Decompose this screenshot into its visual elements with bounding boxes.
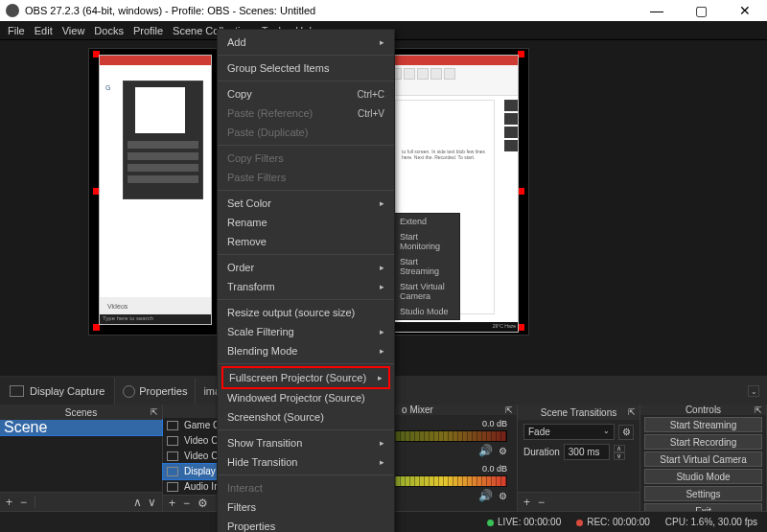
- active-source-label: Display Capture: [30, 385, 105, 397]
- rec-indicator-icon: [576, 520, 583, 526]
- resize-handle-tr[interactable]: [518, 51, 524, 58]
- submenu-arrow-icon: ▸: [380, 263, 384, 272]
- display-icon: [10, 385, 24, 397]
- submenu-arrow-icon: ▸: [378, 373, 383, 382]
- live-indicator-icon: [487, 520, 494, 526]
- submenu-item[interactable]: Start Virtual Camera: [394, 279, 459, 304]
- source-settings-button[interactable]: ⚙: [198, 497, 208, 510]
- panel-title: Controls: [686, 405, 721, 415]
- remove-source-button[interactable]: −: [183, 497, 190, 510]
- desktop-thumb-left: G Videos Type here to search: [99, 55, 212, 325]
- channel-db: 0.0 dB: [482, 464, 507, 474]
- ctx-fullscreen-projector-source[interactable]: Fullscreen Projector (Source)▸: [221, 366, 390, 389]
- ctx-paste-reference: Paste (Reference)Ctrl+V: [218, 104, 394, 123]
- panel-title: Scene Transitions: [541, 407, 617, 418]
- source-name-chip: Display Capture: [0, 378, 115, 405]
- taskbar-search: Type here to search: [103, 315, 153, 321]
- submenu-arrow-icon: ▸: [380, 438, 384, 448]
- mute-button[interactable]: 🔊: [478, 489, 493, 502]
- mute-button[interactable]: 🔊: [478, 444, 493, 457]
- ctx-show-transition[interactable]: Show Transition▸: [218, 433, 394, 452]
- transition-settings-button[interactable]: ⚙: [618, 425, 634, 440]
- duration-step-down[interactable]: ∨: [614, 452, 625, 460]
- rec-status: REC: 00:00:00: [576, 517, 650, 527]
- ctx-add[interactable]: Add▸: [218, 33, 394, 52]
- submenu-item[interactable]: Start Monitoring: [394, 229, 459, 254]
- ctx-order[interactable]: Order▸: [218, 258, 394, 277]
- maximize-button[interactable]: ▢: [685, 3, 717, 18]
- ctx-group-selected[interactable]: Group Selected Items: [218, 58, 394, 78]
- add-scene-button[interactable]: +: [6, 496, 12, 509]
- ctx-filters[interactable]: Filters: [218, 497, 394, 517]
- ctx-scale-filtering[interactable]: Scale Filtering▸: [218, 322, 394, 341]
- channel-db: 0.0 dB: [482, 419, 507, 428]
- ctx-screenshot-source[interactable]: Screenshot (Source): [218, 407, 394, 427]
- ctx-properties[interactable]: Properties: [218, 517, 394, 532]
- menu-file[interactable]: File: [8, 25, 25, 36]
- duration-step-up[interactable]: ∧: [614, 445, 625, 452]
- ctx-resize-output[interactable]: Resize output (source size): [218, 303, 394, 322]
- channel-settings-button[interactable]: ⚙: [499, 491, 507, 501]
- source-properties-button[interactable]: Properties: [115, 378, 195, 405]
- popout-icon[interactable]: ⇱: [151, 407, 158, 417]
- dropdown-button[interactable]: ⌄: [748, 385, 759, 397]
- ctx-blending-mode[interactable]: Blending Mode▸: [218, 341, 394, 360]
- source-icon: [167, 482, 178, 492]
- submenu-item[interactable]: Studio Mode: [394, 304, 459, 319]
- ctx-copy[interactable]: CopyCtrl+C: [218, 84, 394, 104]
- doc-text: to full screen. In side text blob few li…: [402, 149, 488, 160]
- source-context-menu: Add▸ Group Selected Items CopyCtrl+C Pas…: [217, 29, 395, 532]
- move-scene-up-button[interactable]: ∧: [133, 496, 142, 509]
- resize-handle-bl[interactable]: [93, 324, 100, 331]
- close-button[interactable]: ✕: [729, 3, 761, 18]
- submenu-arrow-icon: ▸: [380, 282, 384, 291]
- ctx-set-color[interactable]: Set Color▸: [218, 194, 394, 213]
- scene-item[interactable]: ScenesScene: [0, 420, 162, 435]
- submenu-arrow-icon: ▸: [380, 346, 384, 356]
- menu-profile[interactable]: Profile: [133, 25, 163, 36]
- channel-settings-button[interactable]: ⚙: [499, 446, 507, 456]
- duration-input[interactable]: 300 ms: [564, 444, 610, 460]
- submenu-item[interactable]: Start Streaming: [394, 254, 459, 279]
- remove-transition-button[interactable]: −: [538, 496, 545, 509]
- popout-icon[interactable]: ⇱: [505, 405, 513, 415]
- taskbar-weather: 29°C Haze: [493, 323, 516, 329]
- ctx-windowed-projector-source[interactable]: Windowed Projector (Source): [218, 388, 394, 407]
- source-icon: [167, 436, 178, 446]
- menu-view[interactable]: View: [62, 25, 85, 36]
- add-transition-button[interactable]: +: [523, 496, 530, 509]
- minimize-button[interactable]: —: [640, 3, 673, 18]
- menu-edit[interactable]: Edit: [35, 25, 53, 36]
- move-scene-down-button[interactable]: ∨: [148, 496, 156, 509]
- source-icon: [167, 467, 178, 476]
- settings-button[interactable]: Settings: [644, 486, 762, 501]
- panel-title: Scenes: [65, 407, 97, 418]
- scenes-list[interactable]: ScenesScene: [0, 420, 162, 492]
- ctx-interact: Interact: [218, 478, 394, 497]
- remove-scene-button[interactable]: −: [20, 496, 27, 509]
- ctx-paste-filters: Paste Filters: [218, 168, 394, 187]
- ctx-paste-duplicate: Paste (Duplicate): [218, 123, 394, 142]
- studio-mode-button[interactable]: Studio Mode: [644, 469, 762, 484]
- resize-handle-br[interactable]: [518, 324, 524, 331]
- submenu-item[interactable]: Extend: [394, 214, 459, 229]
- start-recording-button[interactable]: Start Recording: [644, 434, 762, 450]
- ctx-remove[interactable]: Remove: [218, 232, 394, 251]
- videos-tab: Videos: [107, 303, 128, 310]
- menu-docks[interactable]: Docks: [94, 25, 124, 36]
- source-icon: [167, 451, 178, 461]
- scene-label: Scene: [4, 419, 47, 436]
- ctx-transform[interactable]: Transform▸: [218, 277, 394, 296]
- popout-icon[interactable]: ⇱: [755, 405, 762, 415]
- add-source-button[interactable]: +: [169, 497, 175, 510]
- transition-select[interactable]: Fade⌄: [523, 424, 615, 440]
- resize-handle-mr[interactable]: [518, 188, 524, 195]
- ctx-rename[interactable]: Rename: [218, 213, 394, 232]
- popout-icon[interactable]: ⇱: [628, 407, 636, 417]
- start-streaming-button[interactable]: Start Streaming: [644, 417, 762, 432]
- panel-title: o Mixer: [402, 405, 433, 415]
- app-icon: [6, 4, 19, 17]
- cpu-status: CPU: 1.6%, 30.00 fps: [665, 517, 757, 527]
- ctx-hide-transition[interactable]: Hide Transition▸: [218, 452, 394, 472]
- start-virtual-camera-button[interactable]: Start Virtual Camera: [644, 451, 762, 467]
